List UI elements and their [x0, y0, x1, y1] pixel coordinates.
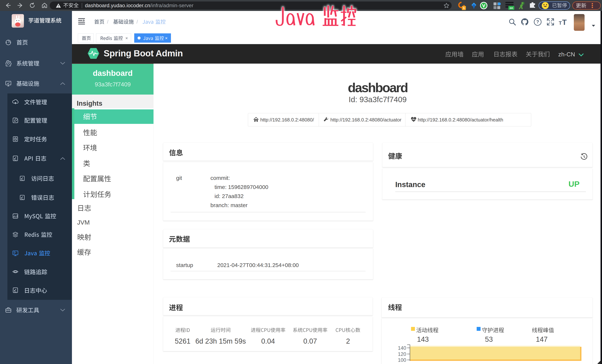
- svg-text:1: 1: [463, 6, 465, 10]
- svg-text:?: ?: [536, 19, 539, 24]
- svg-text:on: on: [510, 6, 513, 10]
